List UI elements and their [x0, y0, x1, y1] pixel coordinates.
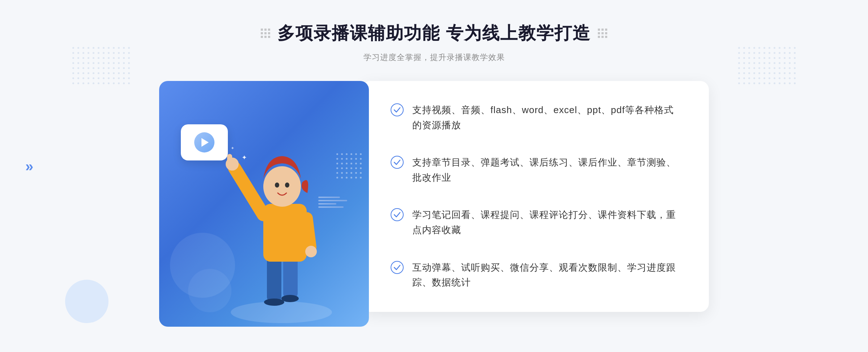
svg-point-14 — [285, 183, 289, 188]
feature-text-1: 支持视频、音频、flash、word、excel、ppt、pdf等各种格式的资源… — [412, 103, 680, 133]
page-subtitle: 学习进度全掌握，提升录播课教学效果 — [0, 52, 868, 63]
content-area: ✦ ✦ 支持视频、音频、flash、word、excel、ppt、pdf等各种格… — [0, 81, 868, 327]
play-bubble — [181, 124, 228, 160]
svg-point-12 — [263, 166, 301, 207]
feature-item-4: 互动弹幕、试听购买、微信分享、观看次数限制、学习进度跟踪、数据统计 — [391, 260, 680, 290]
svg-point-10 — [305, 246, 317, 257]
svg-line-6 — [234, 168, 263, 215]
grid-icon-right — [598, 29, 607, 38]
svg-point-17 — [391, 104, 403, 116]
grid-icon-left — [261, 29, 270, 38]
svg-point-0 — [231, 301, 332, 323]
svg-point-20 — [391, 261, 403, 274]
svg-point-18 — [391, 156, 403, 168]
feature-text-3: 学习笔记回看、课程提问、课程评论打分、课件资料下载，重点内容收藏 — [412, 207, 680, 237]
svg-text:✦: ✦ — [242, 154, 247, 161]
feature-item-3: 学习笔记回看、课程提问、课程评论打分、课件资料下载，重点内容收藏 — [391, 207, 680, 237]
svg-text:✦: ✦ — [231, 146, 234, 151]
features-panel: 支持视频、音频、flash、word、excel、ppt、pdf等各种格式的资源… — [362, 81, 709, 312]
illustration-card: ✦ ✦ — [159, 81, 369, 327]
header-section: 多项录播课辅助功能 专为线上教学打造 学习进度全掌握，提升录播课教学效果 — [0, 0, 868, 63]
page-title: 多项录播课辅助功能 专为线上教学打造 — [277, 22, 590, 45]
play-button-icon — [194, 132, 214, 153]
check-icon-4 — [391, 261, 404, 274]
svg-rect-8 — [227, 154, 232, 166]
svg-point-13 — [275, 183, 279, 188]
svg-point-19 — [391, 209, 403, 221]
feature-text-2: 支持章节目录、弹题考试、课后练习、课后作业、章节测验、批改作业 — [412, 155, 680, 185]
feature-text-4: 互动弹幕、试听购买、微信分享、观看次数限制、学习进度跟踪、数据统计 — [412, 260, 680, 290]
svg-point-4 — [281, 295, 299, 302]
svg-rect-5 — [263, 204, 307, 262]
check-icon-1 — [391, 103, 404, 116]
svg-line-9 — [307, 218, 310, 247]
title-wrapper: 多项录播课辅助功能 专为线上教学打造 — [0, 22, 868, 45]
check-icon-2 — [391, 156, 404, 169]
person-illustration: ✦ ✦ — [224, 124, 339, 327]
feature-item-1: 支持视频、音频、flash、word、excel、ppt、pdf等各种格式的资源… — [391, 103, 680, 133]
svg-point-3 — [264, 299, 284, 306]
card-dots — [336, 153, 362, 179]
feature-item-2: 支持章节目录、弹题考试、课后练习、课后作业、章节测验、批改作业 — [391, 155, 680, 185]
check-icon-3 — [391, 208, 404, 221]
